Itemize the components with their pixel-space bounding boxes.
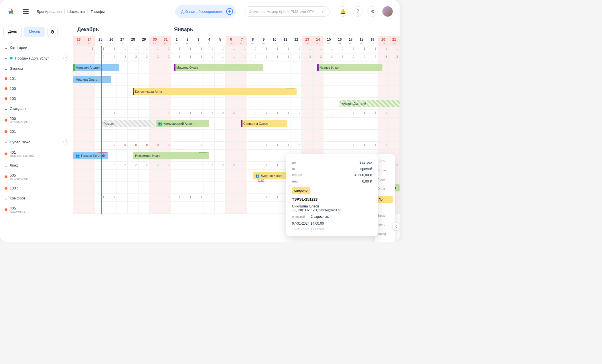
booking-kamyshevsky[interactable]: 👥Камышевский Антон [156,120,209,127]
booking-kolesnikova[interactable]: Колесникова Анна90720 [133,88,297,95]
day-col[interactable]: 1ПН [171,36,182,46]
help-icon[interactable]: ? [353,6,363,17]
day-col[interactable]: 30СБ [149,36,160,46]
view-settings-icon[interactable]: ⚙ [47,27,58,37]
chevron-up-icon: ⌃ [5,46,7,50]
room-103[interactable]: 103 [3,94,70,104]
view-day-button[interactable]: День [3,27,22,37]
category-Люкс[interactable]: ⌃Люкс [3,160,70,170]
day-col[interactable]: 24ВС [84,36,95,46]
booking-remont[interactable]: Ремонт [101,120,155,127]
day-col[interactable]: 9ВТ [258,36,269,46]
add-booking-label: Добавить бронирование [181,9,223,14]
day-col[interactable]: 25ПН [95,36,106,46]
day-col[interactable]: 12ПТ [291,36,302,46]
econom-counts: 2223222111111111111333322233 [73,54,400,62]
day-col[interactable]: 19ПТ [367,36,378,46]
nav-chess[interactable]: Шахматка [68,8,85,15]
booking-alekhin[interactable]: Алехин Дмитрий [340,100,400,107]
add-booking-button[interactable]: Добавить бронирование + [175,5,236,18]
room-200-track[interactable]: Ремонт 👥Камышевский Антон Синицина Олеся [73,118,400,130]
booking-tooltip: иеЗавтракикпрямойівание43600,00 ₽ено0,00… [286,154,378,236]
guest-name: Синицина Олеся [292,204,372,208]
view-month-button[interactable]: Месяц [24,27,45,37]
day-col[interactable]: 26ВТ [106,36,117,46]
room-405[interactable]: 405#2 КОМНАТЫ [3,203,70,216]
time-label: 01:00 [258,179,264,182]
booking-inozemtsev[interactable]: Иноземцев Иван60340 [133,152,209,159]
room-1337[interactable]: 1337 [3,183,70,193]
search-icon[interactable]: ⌕ [322,9,325,14]
day-col[interactable]: 29ПТ [139,36,149,46]
booking-mishina[interactable]: Мишина Ольга57940 [73,76,111,83]
room-201-track[interactable] [73,130,400,142]
room-201[interactable]: 201 [3,126,70,136]
day-col[interactable]: 8ПН [247,36,258,46]
standart-header-track: Алехин Дмитрий [73,98,400,110]
day-col[interactable]: 20СБ [378,36,389,46]
day-col[interactable]: 6СБ [226,36,236,46]
day-col[interactable]: 10СР [269,36,280,46]
search-wrap: ⌕ [244,6,330,17]
plus-icon: + [226,8,233,15]
help-icon[interactable]: ? [63,56,68,61]
checkin-time: 07-01-2024 14:00:00 [292,221,372,225]
day-col[interactable]: 21ВС [389,36,400,46]
room-505[interactable]: 505#С БАЛКОНОМ [3,170,70,183]
day-col[interactable]: 31ВС [160,36,171,46]
day-col[interactable]: 18ЧТ [356,36,367,46]
room-101-track[interactable]: Малевич Андрей3820 Мишина Ольга Иванов И… [73,62,400,74]
tooltip-labels: Питан Источ Прож Опла Пр Заказ Кол-в Зае… [375,154,395,242]
booking-mishina2[interactable]: Мишина Ольга [174,64,263,71]
booking-groshev[interactable]: 👥Грошев Евгений31030 [73,152,108,159]
day-col[interactable]: 5ПТ [215,36,226,46]
bell-icon[interactable]: 🔔 [338,6,348,17]
day-col[interactable]: 4ЧТ [204,36,215,46]
day-col[interactable]: 15ПН [323,36,334,46]
day-col[interactable]: 7ВС [236,36,247,46]
status-badge: оверено [292,187,310,194]
booking-ivanov[interactable]: Иванов Илья [317,64,382,71]
room-200[interactable]: 200#С БАЛКОНОМ [3,114,70,126]
month-december: Декабрь [73,23,170,33]
people-icon: 👥 [76,154,80,158]
day-col[interactable]: 23СБ [73,36,84,46]
day-col[interactable]: 13СБ [302,36,313,46]
day-col[interactable]: 27СР [117,36,128,46]
menu-icon[interactable] [23,9,29,14]
now-line [101,46,102,214]
superlux-counts: 00000000000111111111111111111 [73,142,400,150]
checkout-time: 15-01-2024 12:00:00 [292,227,372,231]
room-100[interactable]: 100 [3,84,70,94]
people-icon: 👥 [158,122,162,126]
room-101[interactable]: 101 [3,74,70,84]
category-Стандарт[interactable]: ⌃Стандарт [3,104,70,114]
day-col[interactable]: 14ВС [313,36,323,46]
day-col[interactable]: 2ВТ [182,36,193,46]
logo [7,7,15,15]
day-col[interactable]: 11ЧТ [280,36,291,46]
category-Супер Люкс[interactable]: ⌃Супер Люкс? [3,136,70,147]
collapse-panel-button[interactable]: ‹ [392,222,400,230]
month-january: Январь [170,23,197,33]
day-col[interactable]: 16ВТ [334,36,345,46]
day-col[interactable]: 17СР [345,36,356,46]
day-col[interactable]: 3СР [193,36,204,46]
category-Комфорт[interactable]: ⌃Комфорт [3,193,70,203]
nav-tariffs[interactable]: Тарифы [90,8,104,15]
room-100-track[interactable]: Мишина Ольга57940 [73,74,400,86]
room-401[interactable]: 401#ВИД НА НЕВСКИЙ [3,147,70,160]
search-input[interactable] [249,9,320,14]
settings-icon[interactable]: ⚙ [368,6,378,17]
booking-malevich[interactable]: Малевич Андрей3820 [73,64,119,71]
categories-row[interactable]: ⌃Категории [3,43,70,53]
addons-row[interactable]: ⌄Продажа доп. услуг? [3,53,70,64]
booking-burunov[interactable]: 👥Бурунов Конст [253,172,287,179]
day-col[interactable]: 28ЧТ [128,36,139,46]
booking-sinitsina[interactable]: Синицина Олеся [241,120,287,127]
standart-counts: 2111111111222111111111111111 [73,110,400,118]
room-103-track[interactable]: Колесникова Анна90720 [73,86,400,98]
nav-bookings[interactable]: Бронирования [37,8,62,15]
avatar[interactable] [382,6,393,17]
category-Эконом[interactable]: ⌃Эконом [3,64,70,74]
